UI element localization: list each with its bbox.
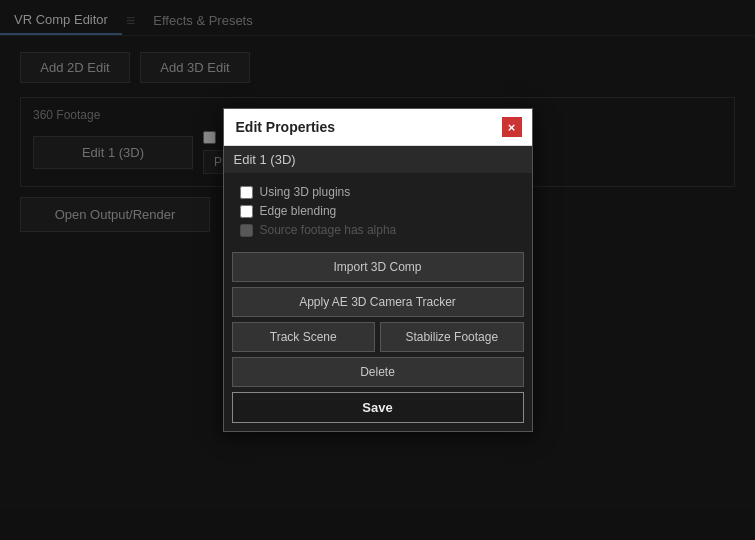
edit-properties-modal: Edit Properties × Edit 1 (3D) Using 3D p…	[223, 108, 533, 432]
modal-checkboxes-group: Using 3D plugins Edge blending Source fo…	[224, 181, 532, 252]
stabilize-footage-button[interactable]: Stabilize Footage	[380, 322, 524, 352]
using-3d-plugins-row: Using 3D plugins	[240, 185, 516, 199]
modal-edit-dropdown[interactable]: Edit 1 (3D)	[224, 146, 532, 173]
save-button[interactable]: Save	[232, 392, 524, 423]
delete-button[interactable]: Delete	[232, 357, 524, 387]
using-3d-plugins-checkbox[interactable]	[240, 186, 253, 199]
apply-ae-3d-camera-tracker-button[interactable]: Apply AE 3D Camera Tracker	[232, 287, 524, 317]
modal-body: Edit 1 (3D) Using 3D plugins Edge blendi…	[224, 146, 532, 431]
source-footage-alpha-label: Source footage has alpha	[260, 223, 397, 237]
source-footage-alpha-checkbox[interactable]	[240, 224, 253, 237]
edge-blending-checkbox[interactable]	[240, 205, 253, 218]
edge-blending-row: Edge blending	[240, 204, 516, 218]
source-footage-alpha-row: Source footage has alpha	[240, 223, 516, 237]
modal-action-buttons: Import 3D Comp Apply AE 3D Camera Tracke…	[224, 252, 532, 431]
modal-header: Edit Properties ×	[224, 109, 532, 146]
track-stabilize-row: Track Scene Stabilize Footage	[232, 322, 524, 352]
modal-close-button[interactable]: ×	[502, 117, 522, 137]
import-3d-comp-button[interactable]: Import 3D Comp	[232, 252, 524, 282]
using-3d-plugins-label: Using 3D plugins	[260, 185, 351, 199]
track-scene-button[interactable]: Track Scene	[232, 322, 376, 352]
modal-title: Edit Properties	[236, 119, 336, 135]
edge-blending-label: Edge blending	[260, 204, 337, 218]
modal-overlay: Edit Properties × Edit 1 (3D) Using 3D p…	[0, 0, 755, 540]
